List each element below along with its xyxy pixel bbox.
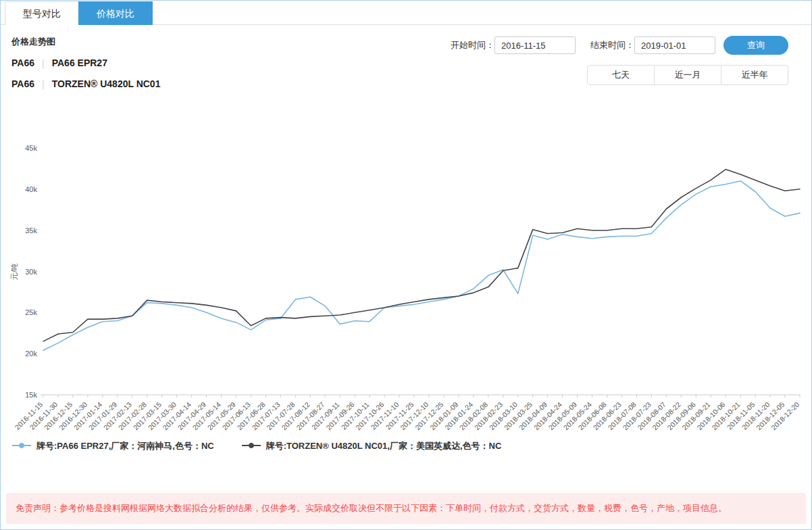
header-left: 价格走势图 PA66｜PA66 EPR27 PA66｜TORZEN® U4820… bbox=[11, 36, 160, 99]
tab-bar: 型号对比 价格对比 bbox=[1, 1, 811, 25]
range-button-1month[interactable]: 近一月 bbox=[654, 65, 721, 85]
legend-line-marker-icon bbox=[11, 440, 32, 452]
product-category: PA66 bbox=[11, 57, 34, 68]
start-date-input[interactable] bbox=[494, 37, 576, 54]
svg-text:40k: 40k bbox=[25, 185, 37, 193]
product-name: TORZEN® U4820L NC01 bbox=[52, 78, 161, 89]
legend-item-torzen[interactable]: 牌号:TORZEN® U4820L NC01,厂家：美国英威达,色号：NC bbox=[241, 440, 502, 452]
product-separator: ｜ bbox=[34, 78, 52, 89]
end-date-label: 结束时间： bbox=[590, 39, 634, 51]
legend-line-marker-icon bbox=[241, 440, 261, 452]
start-date-label: 开始时间： bbox=[451, 39, 494, 51]
quick-range-group: 七天 近一月 近半年 bbox=[587, 65, 788, 85]
price-trend-chart[interactable]: 15k20k25k30k35k40k45k元/吨2016-11-152016-1… bbox=[1, 101, 811, 439]
svg-text:20k: 20k bbox=[25, 350, 37, 358]
range-button-7days[interactable]: 七天 bbox=[587, 65, 655, 85]
product-name: PA66 EPR27 bbox=[52, 57, 107, 68]
svg-text:元/吨: 元/吨 bbox=[10, 263, 18, 280]
legend-label: 牌号:TORZEN® U4820L NC01,厂家：美国英威达,色号：NC bbox=[266, 440, 502, 452]
product-line-2: PA66｜TORZEN® U4820L NC01 bbox=[11, 78, 160, 91]
panel-header: 价格走势图 PA66｜PA66 EPR27 PA66｜TORZEN® U4820… bbox=[1, 25, 811, 101]
product-separator: ｜ bbox=[34, 57, 52, 68]
end-date-input[interactable] bbox=[634, 37, 715, 54]
svg-text:15k: 15k bbox=[25, 391, 37, 399]
disclaimer-banner: 免责声明：参考价格是搜料网根据网络大数据拟合分析的结果，仅供参考。实际成交价取决… bbox=[6, 493, 806, 524]
range-button-halfyear[interactable]: 近半年 bbox=[721, 65, 788, 85]
chart-legend: 牌号:PA66 EPR27,厂家：河南神马,色号：NC 牌号:TORZEN® U… bbox=[1, 439, 811, 452]
svg-text:30k: 30k bbox=[25, 268, 37, 276]
price-compare-panel: 价格走势图 PA66｜PA66 EPR27 PA66｜TORZEN® U4820… bbox=[1, 25, 811, 529]
panel-title: 价格走势图 bbox=[11, 36, 160, 48]
svg-text:25k: 25k bbox=[25, 308, 37, 316]
chart-canvas[interactable]: 15k20k25k30k35k40k45k元/吨2016-11-152016-1… bbox=[8, 101, 805, 439]
svg-text:35k: 35k bbox=[25, 226, 37, 235]
legend-item-epr27[interactable]: 牌号:PA66 EPR27,厂家：河南神马,色号：NC bbox=[11, 440, 214, 452]
date-filter-row: 开始时间： 结束时间： 查询 bbox=[451, 36, 788, 55]
tab-model-compare[interactable]: 型号对比 bbox=[5, 1, 79, 25]
header-right: 开始时间： 结束时间： 查询 七天 近一月 近半年 bbox=[451, 36, 788, 99]
product-category: PA66 bbox=[11, 78, 34, 89]
query-button[interactable]: 查询 bbox=[724, 36, 788, 55]
tab-price-compare[interactable]: 价格对比 bbox=[78, 1, 153, 25]
product-line-1: PA66｜PA66 EPR27 bbox=[11, 57, 160, 70]
svg-text:45k: 45k bbox=[25, 144, 37, 152]
legend-label: 牌号:PA66 EPR27,厂家：河南神马,色号：NC bbox=[36, 440, 214, 452]
price-compare-page: 型号对比 价格对比 价格走势图 PA66｜PA66 EPR27 PA66｜TOR… bbox=[0, 0, 812, 530]
